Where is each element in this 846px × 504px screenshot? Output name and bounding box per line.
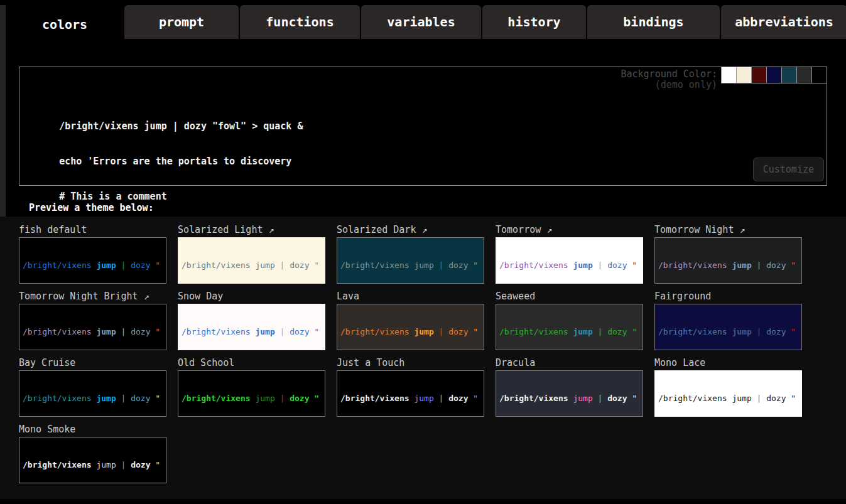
- theme-title-link[interactable]: Mono Smoke: [19, 424, 166, 437]
- theme-item: Tomorrow ↗ /bright/vixens jump | dozy " …: [496, 224, 643, 284]
- terminal-preview-box: /bright/vixens jump | dozy "fowl" > quac…: [19, 67, 827, 186]
- segment-path: /bright/vixens: [340, 260, 414, 270]
- theme-title-link[interactable]: Bay Cruise: [19, 357, 166, 370]
- theme-name: Mono Smoke: [19, 424, 75, 435]
- theme-sample-line-1: /bright/vixens jump | dozy ": [182, 394, 322, 404]
- segment-path: /bright/vixens: [658, 260, 732, 270]
- theme-preview-card[interactable]: /bright/vixens jump | dozy " echo 'Error…: [19, 304, 166, 350]
- segment-dozy: dozy: [607, 327, 627, 336]
- theme-sample-line-1: /bright/vixens jump | dozy ": [658, 327, 798, 337]
- tab-functions[interactable]: functions: [240, 5, 360, 39]
- theme-title-link[interactable]: Solarized Light ↗: [178, 224, 325, 237]
- segment-pipe: |: [275, 327, 290, 336]
- theme-title-link[interactable]: Tomorrow Night Bright ↗: [19, 291, 166, 304]
- segment-path: /bright/vixens: [340, 327, 414, 336]
- segment-jump: jump: [96, 394, 116, 403]
- segment-quote: ": [469, 260, 479, 270]
- theme-title-link[interactable]: Mono Lace: [654, 357, 802, 370]
- theme-title-link[interactable]: Tomorrow ↗: [496, 224, 643, 237]
- background-color-picker: Background Color: (demo only): [621, 67, 827, 90]
- segment-path: /bright/vixens: [658, 327, 732, 336]
- segment-jump: jump: [732, 394, 751, 403]
- tab-prompt[interactable]: prompt: [124, 5, 239, 39]
- segment-pipe: |: [752, 394, 766, 403]
- theme-title-link[interactable]: Lava: [337, 291, 484, 304]
- tab-history[interactable]: history: [482, 5, 586, 39]
- theme-sample-line-1: /bright/vixens jump | dozy ": [499, 394, 639, 404]
- customize-button[interactable]: Customize: [753, 158, 824, 181]
- background-swatches: [722, 67, 827, 83]
- theme-item: Solarized Light ↗ /bright/vixens jump | …: [178, 224, 325, 284]
- theme-item: Solarized Dark ↗ /bright/vixens jump | d…: [337, 224, 484, 284]
- theme-preview-card[interactable]: /bright/vixens jump | dozy " echo 'Error…: [496, 237, 643, 284]
- theme-sample-line-1: /bright/vixens jump | dozy ": [658, 394, 798, 404]
- theme-preview-card[interactable]: /bright/vixens jump | dozy " echo 'Error…: [337, 304, 484, 350]
- segment-dozy: dozy: [607, 394, 627, 403]
- segment-dozy: dozy: [607, 260, 627, 270]
- segment-quote: ": [627, 327, 637, 336]
- theme-title-link[interactable]: Old School: [178, 357, 325, 370]
- theme-title-link[interactable]: Seaweed: [496, 291, 643, 304]
- external-link-icon: ↗: [138, 291, 149, 302]
- segment-dozy: dozy: [448, 260, 468, 270]
- segment-path: /bright/vixens: [182, 394, 255, 403]
- theme-preview-card[interactable]: /bright/vixens jump | dozy " echo 'Error…: [496, 370, 643, 417]
- segment-dozy: dozy: [448, 327, 468, 336]
- theme-title-link[interactable]: fish default: [19, 224, 166, 237]
- background-color-label: Background Color: (demo only): [621, 67, 722, 90]
- theme-sample-line-1: /bright/vixens jump | dozy ": [23, 260, 163, 271]
- segment-dozy: dozy: [766, 394, 786, 403]
- segment-path: /bright/vixens: [499, 260, 573, 270]
- theme-name: Lava: [337, 291, 359, 302]
- segment-pipe: |: [593, 394, 607, 403]
- tab-colors[interactable]: colors: [6, 5, 123, 44]
- segment-jump: jump: [96, 260, 116, 270]
- theme-name: Just a Touch: [337, 357, 404, 368]
- theme-preview-card[interactable]: /bright/vixens jump | dozy " echo 'Error…: [337, 237, 484, 284]
- tab-label: bindings: [623, 14, 683, 29]
- segment-jump: jump: [255, 327, 274, 336]
- segment-path: /bright/vixens: [499, 394, 573, 403]
- background-swatch[interactable]: [811, 67, 827, 83]
- segment-path: /bright/vixens: [182, 260, 255, 270]
- tab-variables[interactable]: variables: [361, 5, 481, 39]
- theme-title-link[interactable]: Snow Day: [178, 291, 325, 304]
- theme-preview-card[interactable]: /bright/vixens jump | dozy " echo 'Error…: [19, 370, 166, 417]
- theme-preview-card[interactable]: /bright/vixens jump | dozy " echo 'Error…: [19, 437, 166, 483]
- theme-grid: fish default /bright/vixens jump | dozy …: [0, 217, 846, 483]
- theme-preview-card[interactable]: /bright/vixens jump | dozy " echo 'Error…: [337, 370, 484, 417]
- theme-preview-card[interactable]: /bright/vixens jump | dozy " echo 'Error…: [654, 370, 802, 417]
- tab-abbreviations[interactable]: abbreviations: [721, 5, 846, 39]
- background-swatch[interactable]: [796, 67, 812, 83]
- background-swatch[interactable]: [781, 67, 797, 83]
- segment-path: /bright/vixens: [23, 327, 96, 336]
- theme-name: Solarized Light: [178, 224, 263, 235]
- theme-preview-card[interactable]: /bright/vixens jump | dozy " echo 'Error…: [654, 304, 802, 350]
- segment-jump: jump: [414, 260, 433, 270]
- theme-title-link[interactable]: Tomorrow Night ↗: [654, 224, 802, 237]
- tab-label: functions: [266, 14, 334, 29]
- theme-preview-card[interactable]: /bright/vixens jump | dozy " echo 'Error…: [19, 237, 166, 284]
- theme-preview-card[interactable]: /bright/vixens jump | dozy " echo 'Error…: [178, 304, 325, 350]
- background-swatch[interactable]: [766, 67, 782, 83]
- background-swatch[interactable]: [736, 67, 752, 83]
- theme-title-link[interactable]: Fairground: [654, 291, 802, 304]
- theme-preview-card[interactable]: /bright/vixens jump | dozy " echo 'Error…: [178, 370, 325, 417]
- theme-name: Tomorrow Night Bright: [19, 291, 138, 302]
- segment-jump: jump: [732, 260, 751, 270]
- theme-sample-line-1: /bright/vixens jump | dozy ": [182, 327, 322, 337]
- theme-preview-card[interactable]: /bright/vixens jump | dozy " echo 'Error…: [178, 237, 325, 284]
- tab-bindings[interactable]: bindings: [587, 5, 720, 39]
- background-swatch[interactable]: [751, 67, 767, 83]
- theme-title-link[interactable]: Just a Touch: [337, 357, 484, 370]
- theme-preview-card[interactable]: /bright/vixens jump | dozy " echo 'Error…: [654, 237, 802, 284]
- themes-heading: Preview a theme below:: [29, 202, 154, 213]
- theme-preview-card[interactable]: /bright/vixens jump | dozy " echo 'Error…: [496, 304, 643, 350]
- theme-sample-line-1: /bright/vixens jump | dozy ": [340, 260, 480, 271]
- theme-title-link[interactable]: Dracula: [496, 357, 643, 370]
- theme-title-link[interactable]: Solarized Dark ↗: [337, 224, 484, 237]
- segment-path: /bright/vixens: [658, 394, 732, 403]
- background-swatch[interactable]: [721, 67, 737, 83]
- segment-quote: ": [786, 327, 796, 336]
- segment-jump: jump: [414, 327, 433, 336]
